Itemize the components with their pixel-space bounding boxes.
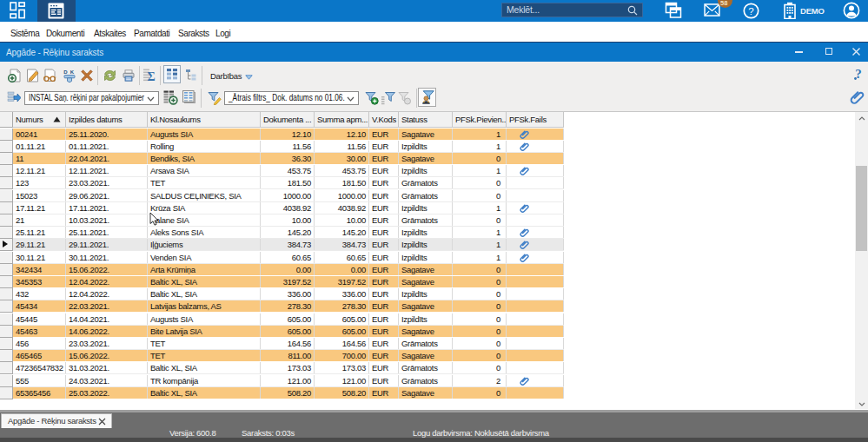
svg-text:K: K bbox=[70, 69, 74, 75]
svg-text:?: ? bbox=[748, 6, 753, 16]
svg-text:D: D bbox=[63, 69, 68, 75]
svg-text:Σ: Σ bbox=[148, 70, 156, 83]
